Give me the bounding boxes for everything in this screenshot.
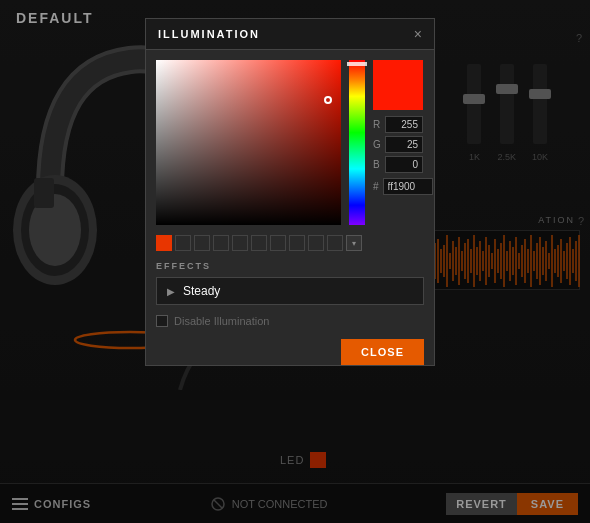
disable-illumination-row: Disable Illumination — [156, 315, 424, 327]
b-input[interactable] — [385, 156, 423, 173]
modal-header: ILLUMINATION × — [146, 19, 434, 50]
color-picker-area: R G B # — [156, 60, 424, 225]
effects-value: Steady — [183, 284, 220, 298]
hex-input[interactable] — [383, 178, 433, 195]
disable-illumination-label: Disable Illumination — [174, 315, 269, 327]
modal-body: R G B # — [146, 50, 434, 349]
effects-label: EFFECTS — [156, 261, 424, 271]
swatch-10[interactable] — [327, 235, 343, 251]
disable-illumination-checkbox[interactable] — [156, 315, 168, 327]
swatch-9[interactable] — [308, 235, 324, 251]
illumination-modal: ILLUMINATION × — [145, 18, 435, 366]
color-preview-panel: R G B # — [373, 60, 423, 225]
main-background: DEFAULT — [0, 0, 590, 523]
hex-label: # — [373, 181, 379, 192]
swatch-8[interactable] — [289, 235, 305, 251]
r-input[interactable] — [385, 116, 423, 133]
g-input[interactable] — [385, 136, 423, 153]
rgb-inputs: R G B # — [373, 116, 423, 195]
swatch-4[interactable] — [213, 235, 229, 251]
hex-row: # — [373, 178, 423, 195]
color-preview-box — [373, 60, 423, 110]
close-button[interactable]: CLOSE — [341, 339, 424, 365]
r-label: R — [373, 119, 381, 130]
modal-close-button[interactable]: × — [414, 27, 422, 41]
b-row: B — [373, 156, 423, 173]
swatch-5[interactable] — [232, 235, 248, 251]
gradient-background[interactable] — [156, 60, 341, 225]
swatch-6[interactable] — [251, 235, 267, 251]
g-label: G — [373, 139, 381, 150]
dropdown-arrow-icon: ▶ — [167, 286, 175, 297]
swatch-7[interactable] — [270, 235, 286, 251]
swatches-row: ▾ — [156, 235, 424, 251]
modal-title: ILLUMINATION — [158, 28, 260, 40]
effects-section: EFFECTS ▶ Steady — [156, 261, 424, 305]
r-row: R — [373, 116, 423, 133]
swatch-dropdown[interactable]: ▾ — [346, 235, 362, 251]
g-row: G — [373, 136, 423, 153]
effects-dropdown[interactable]: ▶ Steady — [156, 277, 424, 305]
hue-slider[interactable] — [349, 60, 365, 225]
swatch-active[interactable] — [156, 235, 172, 251]
gradient-picker[interactable] — [156, 60, 341, 225]
swatch-3[interactable] — [194, 235, 210, 251]
swatch-2[interactable] — [175, 235, 191, 251]
hue-cursor — [347, 62, 367, 66]
b-label: B — [373, 159, 381, 170]
gradient-cursor — [324, 96, 332, 104]
